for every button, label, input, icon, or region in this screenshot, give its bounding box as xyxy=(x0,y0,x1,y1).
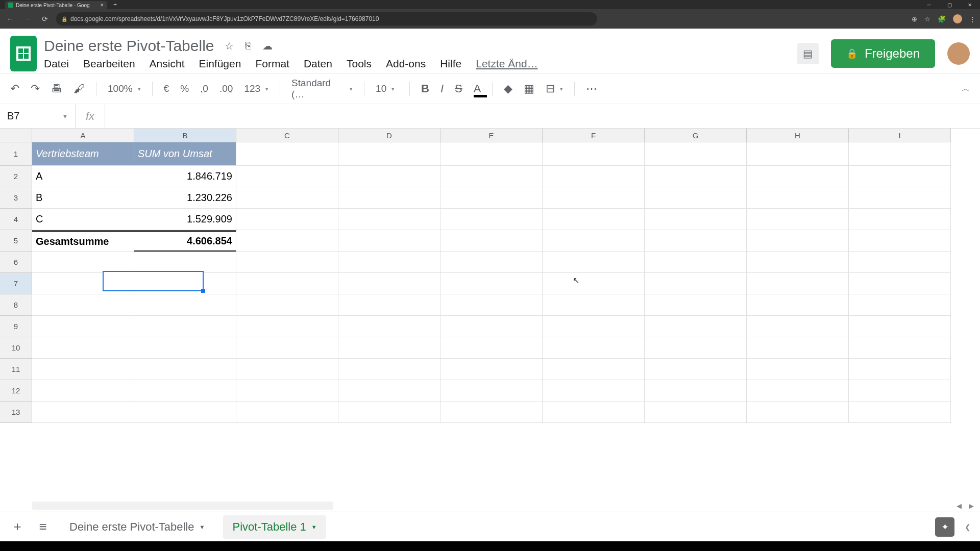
cell-A3[interactable]: B xyxy=(32,187,134,209)
percent-button[interactable]: % xyxy=(180,83,189,94)
cell-A1[interactable]: Vertriebsteam xyxy=(32,142,134,166)
column-header-G[interactable]: G xyxy=(645,129,747,142)
cell-C8[interactable] xyxy=(236,294,338,316)
cell-E7[interactable] xyxy=(440,273,543,294)
number-format-dropdown[interactable]: 123 xyxy=(244,83,268,94)
cell-I7[interactable] xyxy=(849,273,951,294)
paint-format-button[interactable]: 🖌 xyxy=(74,82,85,95)
borders-button[interactable]: ▦ xyxy=(524,82,534,95)
cell-C10[interactable] xyxy=(236,337,338,359)
cell-C11[interactable] xyxy=(236,359,338,380)
cell-G11[interactable] xyxy=(645,359,747,380)
cell-F9[interactable] xyxy=(543,316,645,337)
menu-data[interactable]: Daten xyxy=(304,58,332,70)
cell-H2[interactable] xyxy=(747,166,849,187)
cell-C2[interactable] xyxy=(236,166,338,187)
cell-A2[interactable]: A xyxy=(32,166,134,187)
active-cell[interactable] xyxy=(103,271,204,291)
column-header-E[interactable]: E xyxy=(440,129,543,142)
reload-button[interactable]: ⟳ xyxy=(39,15,51,23)
last-edit[interactable]: Letzte Änd… xyxy=(476,58,537,70)
cell-E2[interactable] xyxy=(440,166,543,187)
cell-F12[interactable] xyxy=(543,380,645,402)
cell-H4[interactable] xyxy=(747,209,849,230)
cell-B2[interactable]: 1.846.719 xyxy=(134,166,236,187)
currency-button[interactable]: € xyxy=(164,83,169,94)
cell-I9[interactable] xyxy=(849,316,951,337)
cell-E5[interactable] xyxy=(440,230,543,252)
cell-H12[interactable] xyxy=(747,380,849,402)
cell-E6[interactable] xyxy=(440,252,543,273)
menu-format[interactable]: Format xyxy=(255,58,289,70)
strikethrough-button[interactable]: S xyxy=(455,82,462,95)
cell-I11[interactable] xyxy=(849,359,951,380)
cell-F3[interactable] xyxy=(543,187,645,209)
cell-G6[interactable] xyxy=(645,252,747,273)
zoom-dropdown[interactable]: 100% xyxy=(108,83,141,94)
cell-I10[interactable] xyxy=(849,337,951,359)
browser-tab[interactable]: Deine erste Pivot-Tabelle - Goog ✕ xyxy=(5,1,107,9)
close-tab-icon[interactable]: ✕ xyxy=(100,3,104,8)
forward-button[interactable]: → xyxy=(21,15,34,23)
cell-D7[interactable] xyxy=(338,273,440,294)
side-panel-toggle[interactable]: ❮ xyxy=(965,523,971,531)
move-icon[interactable]: ⎘ xyxy=(245,40,251,52)
cell-B12[interactable] xyxy=(134,380,236,402)
cell-A13[interactable] xyxy=(32,402,134,423)
undo-button[interactable]: ↶ xyxy=(10,82,19,95)
cell-C12[interactable] xyxy=(236,380,338,402)
cell-H3[interactable] xyxy=(747,187,849,209)
cell-A4[interactable]: C xyxy=(32,209,134,230)
cell-H10[interactable] xyxy=(747,337,849,359)
cell-I3[interactable] xyxy=(849,187,951,209)
increase-decimal-button[interactable]: .00→ xyxy=(219,83,233,94)
cell-C3[interactable] xyxy=(236,187,338,209)
new-tab-button[interactable]: + xyxy=(113,1,117,8)
cell-H8[interactable] xyxy=(747,294,849,316)
cell-A9[interactable] xyxy=(32,316,134,337)
cell-F7[interactable] xyxy=(543,273,645,294)
italic-button[interactable]: I xyxy=(440,82,444,95)
cell-C5[interactable] xyxy=(236,230,338,252)
row-header-3[interactable]: 3 xyxy=(0,187,32,209)
sheets-logo[interactable] xyxy=(10,36,37,71)
cell-E11[interactable] xyxy=(440,359,543,380)
row-header-11[interactable]: 11 xyxy=(0,359,32,380)
text-color-button[interactable]: A xyxy=(474,82,481,95)
cell-C1[interactable] xyxy=(236,142,338,166)
row-header-5[interactable]: 5 xyxy=(0,230,32,252)
name-box[interactable]: B7 ▼ xyxy=(0,104,76,128)
fill-color-button[interactable]: ◆ xyxy=(504,82,512,95)
cell-G10[interactable] xyxy=(645,337,747,359)
cell-G12[interactable] xyxy=(645,380,747,402)
cell-F4[interactable] xyxy=(543,209,645,230)
menu-insert[interactable]: Einfügen xyxy=(199,58,241,70)
cell-D5[interactable] xyxy=(338,230,440,252)
cell-I2[interactable] xyxy=(849,166,951,187)
back-button[interactable]: ← xyxy=(4,15,16,23)
cell-E1[interactable] xyxy=(440,142,543,166)
cell-H6[interactable] xyxy=(747,252,849,273)
sheet-tab-1[interactable]: Deine erste Pivot-Tabelle ▼ xyxy=(60,515,214,539)
menu-help[interactable]: Hilfe xyxy=(440,58,461,70)
cell-C7[interactable] xyxy=(236,273,338,294)
cell-B11[interactable] xyxy=(134,359,236,380)
cell-H5[interactable] xyxy=(747,230,849,252)
cell-H9[interactable] xyxy=(747,316,849,337)
menu-addons[interactable]: Add-ons xyxy=(386,58,426,70)
row-header-10[interactable]: 10 xyxy=(0,337,32,359)
cell-A6[interactable] xyxy=(32,252,134,273)
cell-H11[interactable] xyxy=(747,359,849,380)
bookmark-icon[interactable]: ☆ xyxy=(924,15,930,23)
cell-F10[interactable] xyxy=(543,337,645,359)
row-header-9[interactable]: 9 xyxy=(0,316,32,337)
maximize-button[interactable]: ▢ xyxy=(939,0,960,9)
horizontal-scrollbar[interactable] xyxy=(32,502,333,510)
cell-F8[interactable] xyxy=(543,294,645,316)
cell-A5[interactable]: Gesamtsumme xyxy=(32,230,134,252)
chevron-down-icon[interactable]: ▼ xyxy=(200,524,205,530)
row-header-2[interactable]: 2 xyxy=(0,166,32,187)
cell-C9[interactable] xyxy=(236,316,338,337)
merge-cells-button[interactable]: ⊟ xyxy=(546,82,563,95)
cell-D3[interactable] xyxy=(338,187,440,209)
